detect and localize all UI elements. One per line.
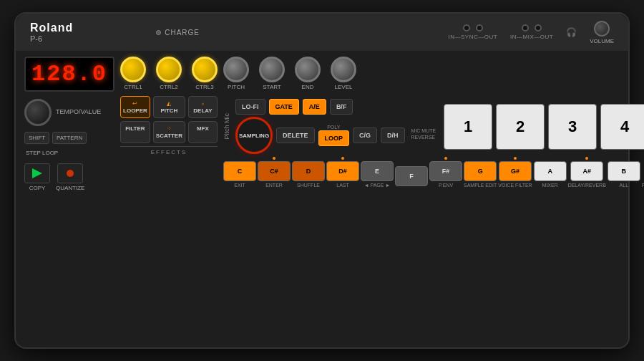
sampling-label: SAMPLING — [239, 133, 269, 139]
key-a-note: A — [547, 168, 552, 175]
delay-icon: ⬦ — [201, 100, 205, 107]
display-area: 128.0 — [24, 57, 114, 92]
ctrl3-group: CTRL3 — [192, 57, 218, 90]
step-loop-label: STEP LOOP — [26, 150, 58, 156]
key-g-cap[interactable]: G — [464, 161, 497, 181]
effects-buttons: ↩ LOOPER ◭ PITCH ⬦ DELAY FILTER ⁘ SCATTE… — [120, 96, 218, 143]
copy-btn-group: COPY — [24, 163, 50, 191]
device-body: Roland P-6 CHARGE IN—SYNC—OUT IN—MIX—OUT — [14, 12, 630, 349]
param-knobs-row: PITCH START END LEVEL — [223, 57, 356, 90]
loop-button[interactable]: LOOP — [318, 130, 350, 146]
mic-mute-label: MIC MUTE — [411, 128, 436, 133]
delay-button[interactable]: ⬦ DELAY — [188, 96, 218, 118]
key-as-note: A# — [582, 168, 591, 175]
key-ds-cap[interactable]: D# — [326, 161, 359, 181]
key-f-cap[interactable]: F — [395, 166, 428, 186]
key-gs-dot — [514, 157, 517, 160]
brand-model: P-6 — [30, 34, 73, 43]
ae-button[interactable]: A/E — [303, 99, 326, 115]
key-ds-note: D# — [338, 168, 347, 175]
key-gs-cap[interactable]: G# — [499, 161, 532, 181]
shift-button[interactable]: SHIFT — [24, 132, 49, 144]
key-g-note: G — [478, 168, 483, 175]
start-label: START — [263, 84, 280, 90]
key-as-cap[interactable]: A# — [570, 161, 603, 181]
key-gs: G# VOICE FILTER — [498, 157, 532, 188]
reverse-label: REVERSE — [411, 135, 436, 140]
mfx-button[interactable]: MFX — [188, 121, 218, 143]
pad-4[interactable]: 4 — [600, 104, 644, 150]
ctrl1-group: CTRL1 — [120, 57, 146, 90]
right-section: PITCH START END LEVEL — [223, 57, 644, 342]
key-d-cap[interactable]: D — [292, 161, 325, 181]
key-g-func: SAMPLE EDIT — [464, 183, 497, 188]
effects-section: CTRL1 CTRL2 CTRL3 ↩ LOOPER ◭ PIT — [120, 57, 218, 342]
tempo-knob[interactable] — [24, 99, 52, 126]
delete-button[interactable]: DELETE — [276, 127, 315, 143]
key-fs-cap[interactable]: F# — [429, 161, 462, 181]
scatter-label: SCATTER — [156, 133, 182, 139]
cg-button[interactable]: C/G — [353, 127, 377, 143]
mix-label: IN—MIX—OUT — [510, 34, 553, 40]
gate-button[interactable]: GATE — [269, 99, 299, 115]
key-f: F — [395, 166, 428, 188]
key-b-note: B — [622, 168, 627, 175]
start-knob[interactable] — [259, 57, 285, 82]
key-b-func: ALL — [620, 183, 628, 188]
level-knob[interactable] — [331, 57, 356, 82]
volume-group: VOLUME — [590, 21, 614, 44]
quantize-icon — [67, 170, 74, 177]
key-as-dot — [585, 157, 588, 160]
scatter-icon: ⁘ — [167, 125, 172, 132]
key-fs: F# P.ENV — [429, 157, 462, 188]
level-knob-group: LEVEL — [331, 57, 356, 90]
mix-jacks — [522, 24, 542, 32]
ctrl2-knob[interactable] — [156, 57, 182, 82]
mic-label: Pitch Mic — [223, 113, 230, 140]
key-a: A MIXER — [534, 161, 567, 188]
end-knob[interactable] — [295, 57, 321, 82]
ctrl1-label: CTRL1 — [124, 84, 142, 90]
key-c-note: C — [238, 168, 243, 175]
sync-label: IN—SYNC—OUT — [448, 34, 497, 40]
scatter-button[interactable]: ⁘ SCATTER — [153, 121, 185, 143]
key-gs-func: VOICE FILTER — [498, 183, 532, 188]
key-fs-note: F# — [442, 168, 450, 175]
key-f-note: F — [409, 173, 414, 180]
key-ds-func: LAST — [336, 183, 349, 188]
ctrl3-label: CTRL3 — [195, 84, 213, 90]
lofi-button[interactable]: LO-Fi — [235, 99, 265, 115]
looper-button[interactable]: ↩ LOOPER — [120, 96, 150, 118]
key-b-cap[interactable]: B — [608, 161, 640, 181]
mix-in-jack — [522, 24, 529, 32]
key-e-cap[interactable]: E — [361, 161, 394, 181]
ctrl1-knob[interactable] — [120, 57, 146, 82]
key-cs-cap[interactable]: C# — [258, 161, 291, 181]
key-as: A# DELAY/REVERB — [568, 157, 606, 188]
key-as-func: DELAY/REVERB — [568, 183, 606, 188]
pad-1[interactable]: 1 — [444, 104, 492, 150]
key-fs-func: P.ENV — [439, 183, 453, 188]
key-ds-dot — [341, 157, 344, 160]
volume-knob[interactable] — [594, 21, 610, 37]
quantize-button[interactable] — [57, 163, 83, 183]
effects-label: EFFECTS — [120, 146, 218, 155]
ctrl3-knob[interactable] — [192, 57, 218, 82]
pitch-button[interactable]: ◭ PITCH — [153, 96, 185, 118]
key-c-cap[interactable]: C — [223, 161, 256, 181]
bf-button[interactable]: B/F — [330, 99, 353, 115]
filter-button[interactable]: FILTER — [120, 121, 150, 143]
sampling-button[interactable]: SAMPLING — [235, 117, 273, 154]
looper-icon: ↩ — [132, 100, 137, 107]
key-e-note: E — [375, 168, 379, 175]
copy-button[interactable] — [24, 163, 50, 183]
pad-2[interactable]: 2 — [496, 104, 545, 150]
key-a-cap[interactable]: A — [534, 161, 567, 181]
pad-3[interactable]: 3 — [548, 104, 597, 150]
dh-button[interactable]: D/H — [381, 127, 405, 143]
pattern-button[interactable]: PATTERN — [52, 132, 87, 144]
key-b: B ALL — [608, 161, 640, 188]
tempo-label: TEMPO/VALUE — [56, 108, 101, 115]
play-triangle-icon — [32, 168, 42, 178]
pitch-knob[interactable] — [223, 57, 249, 82]
